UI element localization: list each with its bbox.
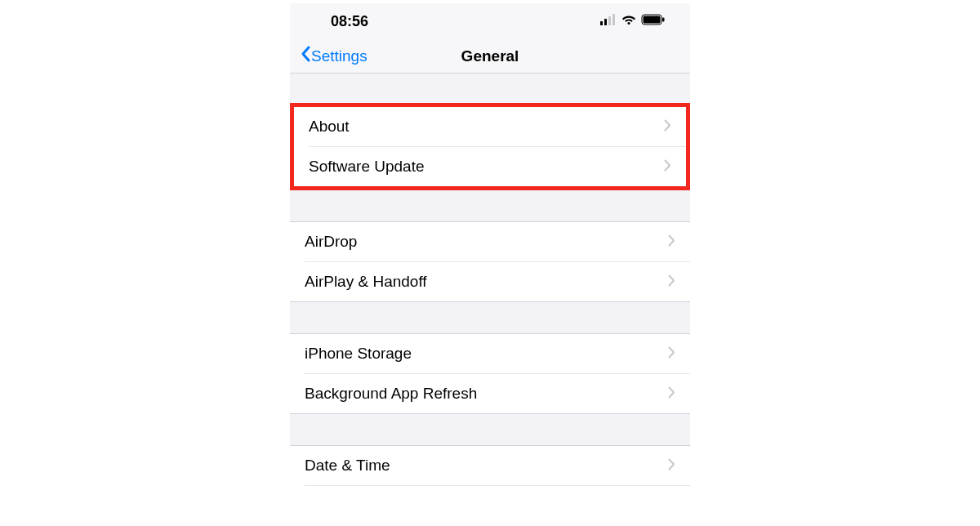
svg-rect-2 [608, 16, 611, 25]
chevron-right-icon [668, 386, 675, 402]
row-label: iPhone Storage [305, 345, 412, 363]
status-icons [600, 14, 666, 29]
row-about[interactable]: About [294, 107, 686, 146]
section-datetime: Date & Time [290, 445, 690, 486]
chevron-right-icon [668, 274, 675, 290]
section-spacer [290, 74, 690, 103]
status-bar: 08:56 [290, 3, 690, 39]
section-spacer [290, 302, 690, 333]
row-label: Background App Refresh [305, 385, 477, 403]
nav-bar: Settings General [290, 39, 690, 74]
svg-rect-0 [600, 21, 603, 25]
chevron-right-icon [664, 159, 671, 175]
row-label: Software Update [309, 158, 425, 176]
svg-rect-7 [662, 18, 665, 22]
back-button[interactable]: Settings [300, 45, 368, 67]
row-divider [305, 485, 690, 486]
row-airdrop[interactable]: AirDrop [290, 222, 690, 261]
chevron-left-icon [300, 45, 311, 67]
row-label: AirDrop [305, 233, 357, 251]
status-time: 08:56 [331, 13, 368, 30]
chevron-right-icon [668, 458, 675, 474]
section-storage: iPhone Storage Background App Refresh [290, 333, 690, 414]
back-label: Settings [311, 47, 368, 65]
svg-rect-3 [612, 14, 615, 25]
row-label: About [309, 118, 350, 136]
row-label: AirPlay & Handoff [305, 273, 427, 291]
chevron-right-icon [664, 119, 671, 135]
section-airdrop: AirDrop AirPlay & Handoff [290, 221, 690, 302]
row-software-update[interactable]: Software Update [294, 147, 686, 186]
svg-rect-6 [644, 16, 661, 24]
section-spacer [290, 414, 690, 445]
chevron-right-icon [668, 234, 675, 250]
svg-rect-1 [604, 19, 607, 25]
cellular-signal-icon [600, 14, 617, 29]
chevron-right-icon [668, 346, 675, 362]
wifi-icon [621, 14, 636, 29]
battery-icon [641, 14, 666, 29]
row-iphone-storage[interactable]: iPhone Storage [290, 334, 690, 373]
row-label: Date & Time [305, 457, 390, 475]
svg-point-4 [627, 22, 630, 25]
section-spacer [290, 190, 690, 221]
row-airplay-handoff[interactable]: AirPlay & Handoff [290, 262, 690, 301]
phone-frame: 08:56 [290, 3, 690, 486]
page-title: General [461, 47, 519, 65]
row-background-app-refresh[interactable]: Background App Refresh [290, 374, 690, 413]
section-highlighted: About Software Update [290, 103, 690, 190]
row-date-time[interactable]: Date & Time [290, 446, 690, 485]
